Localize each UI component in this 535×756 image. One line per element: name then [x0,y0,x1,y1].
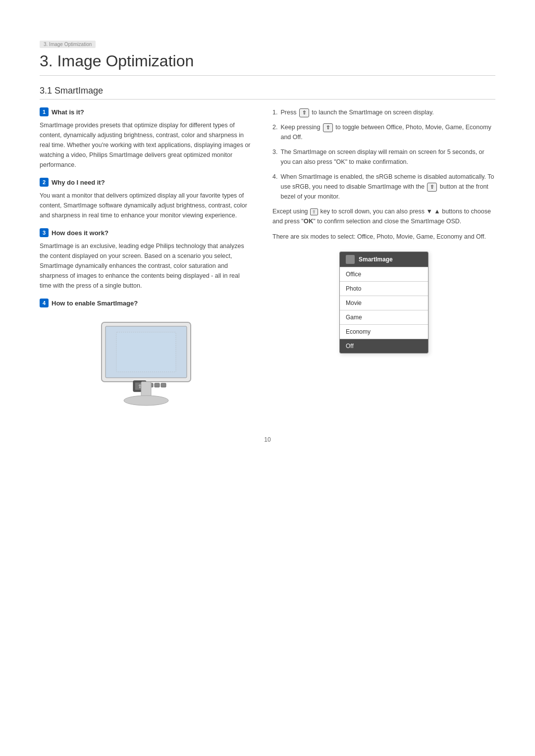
monitor-illustration: PHILIPS ⇧ [40,317,253,411]
step-3-text: The SmartImage on screen display will re… [280,147,495,167]
subsection-2-heading: 2 Why do I need it? [40,178,253,187]
subsection-4-label: How to enable SmartImage? [52,300,138,307]
key-icon-4: ⇧ [427,183,437,192]
section-title: 3.1 SmartImage [40,86,495,100]
menu-item-economy[interactable]: Economy [340,324,428,339]
key-icon-1: ⇧ [299,108,309,117]
key-icon-2: ⇧ [323,123,333,132]
page-number: 10 [40,436,495,443]
monitor-svg: PHILIPS ⇧ [92,317,201,411]
menu-item-movie[interactable]: Movie [340,296,428,310]
svg-rect-8 [161,383,166,387]
step-1-text: Press ⇧ to launch the SmartImage on scre… [280,107,433,117]
menu-item-game[interactable]: Game [340,310,428,324]
breadcrumb: 3. Image Optimization [40,41,96,48]
subsection-3-heading: 3 How does it work? [40,228,253,237]
page: 3. Image Optimization 3. Image Optimizat… [0,0,535,756]
badge-3: 3 [40,228,49,237]
subsection-2-label: Why do I need it? [52,179,105,186]
badge-4: 4 [40,299,49,307]
extra-paragraph-2: There are six modes to select: Office, P… [272,232,495,242]
ok-text: OK [304,217,314,225]
steps-list: 1. Press ⇧ to launch the SmartImage on s… [272,107,495,202]
step-2-num: 2. [272,122,277,142]
left-column: 1 What is it? SmartImage provides preset… [40,107,253,416]
smartimage-icon [346,255,355,264]
subsection-4-heading: 4 How to enable SmartImage? [40,299,253,307]
subsection-2-body: You want a monitor that delivers optimiz… [40,191,253,220]
subsection-1-label: What is it? [52,108,84,116]
subsection-1-body: SmartImage provides presets that optimiz… [40,120,253,170]
step-4: 4. When SmartImage is enabled, the sRGB … [272,172,495,202]
key-icon-scroll: ⇧ [310,208,318,215]
main-title: 3. Image Optimization [40,52,495,76]
badge-1: 1 [40,107,49,116]
step-3: 3. The SmartImage on screen display will… [272,147,495,167]
step-4-text: When SmartImage is enabled, the sRGB sch… [280,172,495,202]
menu-item-photo[interactable]: Photo [340,281,428,296]
subsection-1-heading: 1 What is it? [40,107,253,116]
step-1-num: 1. [272,107,277,117]
step-1: 1. Press ⇧ to launch the SmartImage on s… [272,107,495,117]
subsection-3-body: SmartImage is an exclusive, leading edge… [40,241,253,291]
smartimage-menu-header: SmartImage [340,252,428,267]
menu-item-off[interactable]: Off [340,339,428,353]
svg-rect-11 [116,332,176,372]
step-2: 2. Keep pressing ⇧ to toggle between Off… [272,122,495,142]
step-4-num: 4. [272,172,277,202]
subsection-3-label: How does it work? [52,229,108,237]
menu-item-office[interactable]: Office [340,267,428,281]
svg-rect-9 [141,382,151,397]
extra-paragraph-1: Except using ⇧ key to scroll down, you c… [272,206,495,227]
svg-point-10 [124,396,168,405]
smartimage-menu: SmartImage Office Photo Movie Game Econo… [339,252,428,353]
badge-2: 2 [40,178,49,187]
step-2-text: Keep pressing ⇧ to toggle between Office… [280,122,495,142]
two-column-layout: 1 What is it? SmartImage provides preset… [40,107,495,416]
right-column: 1. Press ⇧ to launch the SmartImage on s… [272,107,495,416]
svg-rect-7 [155,383,160,387]
smartimage-menu-title: SmartImage [359,256,393,263]
step-3-num: 3. [272,147,277,167]
